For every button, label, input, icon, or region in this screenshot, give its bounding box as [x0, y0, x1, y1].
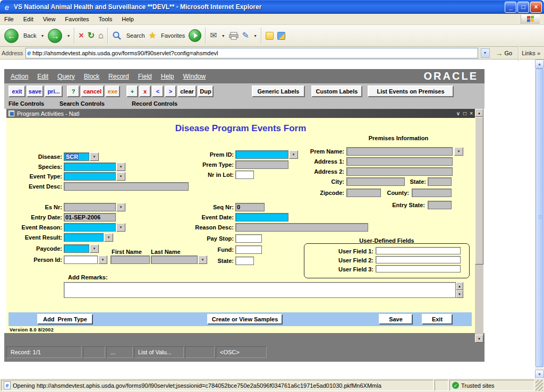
create-view-samples-button[interactable]: Create or View Samples: [207, 314, 283, 325]
stop-icon[interactable]: ×: [79, 31, 83, 40]
user-field-3[interactable]: [376, 265, 461, 272]
oracle-menu-action[interactable]: Action: [11, 73, 28, 80]
back-icon[interactable]: ←: [4, 29, 19, 43]
event-reason-dropdown[interactable]: [116, 223, 125, 232]
prem-name-field[interactable]: [346, 147, 453, 156]
state-field[interactable]: [235, 257, 254, 265]
event-result-dropdown[interactable]: [104, 233, 113, 242]
form-window-close-icon[interactable]: ×: [470, 110, 473, 116]
messenger-icon[interactable]: [277, 32, 285, 40]
cancel-button[interactable]: cancel: [81, 86, 104, 97]
oracle-menu-block[interactable]: Block: [84, 73, 99, 80]
minimize-button[interactable]: _: [505, 2, 516, 13]
search-label[interactable]: Search: [126, 32, 145, 39]
edit-icon[interactable]: ✎: [242, 31, 249, 40]
remarks-scroll-up[interactable]: ▲: [456, 282, 463, 290]
address-dropdown-icon[interactable]: ▼: [481, 48, 490, 58]
paycode-dropdown[interactable]: [90, 244, 99, 253]
person-id-field[interactable]: [64, 255, 98, 264]
forward-dropdown-icon[interactable]: ▼: [66, 34, 70, 38]
exit-button[interactable]: exit: [8, 86, 26, 97]
menu-view[interactable]: View: [43, 16, 56, 22]
generic-labels-button[interactable]: Generic Labels: [252, 86, 305, 97]
mail-dropdown-icon[interactable]: ▼: [222, 34, 225, 38]
city-field[interactable]: [346, 177, 405, 186]
oracle-menu-edit[interactable]: Edit: [37, 73, 48, 80]
favorites-label[interactable]: Favorites: [161, 32, 185, 39]
browser-scroll-down-icon[interactable]: ▼: [535, 370, 544, 379]
browser-scrollbar[interactable]: ▲ ▼: [535, 59, 544, 379]
insert-record-button[interactable]: +: [126, 86, 138, 97]
event-desc-field[interactable]: [64, 182, 189, 191]
address1-field[interactable]: [346, 157, 453, 166]
back-dropdown-icon[interactable]: ▼: [40, 34, 44, 38]
search-icon[interactable]: [112, 31, 122, 40]
form-window-shade-icon[interactable]: ∨: [456, 110, 460, 116]
duplicate-button[interactable]: Dup: [198, 86, 214, 97]
species-field[interactable]: [64, 163, 116, 171]
menu-file[interactable]: File: [4, 16, 14, 22]
event-result-field[interactable]: [64, 233, 104, 242]
address2-field[interactable]: [346, 167, 453, 176]
applet-scroll-up-icon[interactable]: ▲: [475, 109, 483, 117]
oracle-menu-help[interactable]: Help: [161, 73, 174, 80]
paycode-field[interactable]: [64, 244, 89, 253]
user-field-2[interactable]: [376, 256, 461, 263]
save-form-button[interactable]: Save: [379, 314, 413, 325]
favorites-star-icon[interactable]: ★: [149, 31, 156, 40]
media-icon[interactable]: [189, 29, 201, 42]
list-events-button[interactable]: List Events on Premises: [368, 86, 454, 97]
notes-icon[interactable]: [266, 32, 274, 40]
user-field-1[interactable]: [376, 247, 461, 254]
person-id-dropdown[interactable]: [98, 255, 107, 264]
prem-id-field[interactable]: [235, 150, 288, 159]
oracle-menu-field[interactable]: Field: [138, 73, 152, 80]
applet-scroll-down-icon[interactable]: ▼: [475, 335, 483, 343]
close-button[interactable]: ×: [530, 2, 542, 13]
oracle-menu-record[interactable]: Record: [108, 73, 129, 80]
event-reason-field[interactable]: [64, 223, 116, 232]
go-button[interactable]: → Go: [492, 48, 516, 58]
execute-button[interactable]: exe: [105, 86, 120, 97]
prem-id-dropdown[interactable]: [289, 150, 298, 159]
save-button[interactable]: save: [27, 86, 44, 97]
menu-edit[interactable]: Edit: [23, 16, 33, 22]
resize-grip[interactable]: [536, 380, 543, 391]
remarks-scroll-down[interactable]: ▼: [456, 290, 463, 298]
maximize-button[interactable]: □: [517, 2, 529, 13]
print-button[interactable]: pri...: [45, 86, 63, 97]
first-name-field[interactable]: [110, 255, 150, 264]
es-nr-dropdown[interactable]: [116, 203, 125, 211]
delete-record-button[interactable]: x: [139, 86, 151, 97]
pay-stop-field[interactable]: [235, 234, 262, 243]
applet-scroll-thumb[interactable]: [475, 117, 483, 265]
links-button[interactable]: Links »: [522, 50, 542, 56]
es-nr-field[interactable]: [64, 203, 116, 211]
reason-desc-field[interactable]: [235, 223, 368, 232]
custom-labels-button[interactable]: Custom Labels: [311, 86, 362, 97]
browser-scroll-up-icon[interactable]: ▲: [535, 59, 544, 69]
prem-type-field[interactable]: [235, 160, 288, 169]
help-button[interactable]: ?: [67, 86, 80, 97]
prem-state-field[interactable]: [428, 177, 452, 186]
add-prem-type-button[interactable]: Add Prem Type: [37, 314, 93, 325]
disease-dropdown[interactable]: [90, 152, 99, 161]
next-record-button[interactable]: >: [165, 86, 176, 97]
species-dropdown[interactable]: [116, 163, 125, 171]
event-type-field[interactable]: [64, 172, 116, 181]
menu-help[interactable]: Help: [122, 16, 134, 22]
entry-state-field[interactable]: [428, 201, 452, 209]
applet-scrollbar[interactable]: ▲ ▼: [475, 109, 483, 343]
oracle-menu-window[interactable]: Window: [183, 73, 206, 80]
event-type-dropdown[interactable]: [116, 172, 125, 181]
forward-icon[interactable]: →: [48, 29, 62, 43]
form-window-restore-icon[interactable]: □: [463, 110, 466, 116]
seq-nr-field[interactable]: 0: [235, 203, 265, 211]
home-icon[interactable]: ⌂: [98, 31, 104, 40]
add-remarks-field[interactable]: [64, 282, 456, 298]
fund-field[interactable]: [235, 245, 262, 254]
entry-date-field[interactable]: 01-SEP-2006: [64, 213, 116, 221]
browser-scroll-thumb[interactable]: [536, 69, 543, 367]
disease-field[interactable]: SCR: [64, 152, 89, 161]
edit-dropdown-icon[interactable]: ▼: [253, 34, 257, 38]
